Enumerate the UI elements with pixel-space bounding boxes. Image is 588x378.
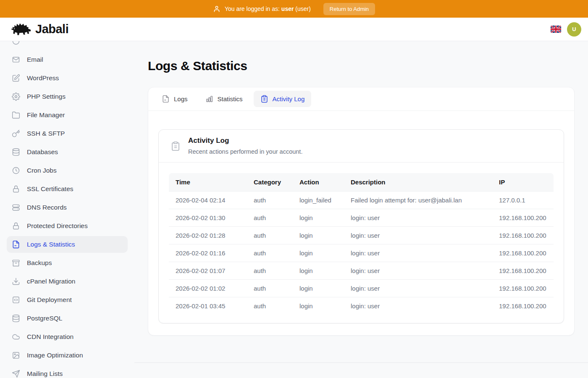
tab-activity-log[interactable]: Activity Log (254, 91, 312, 107)
download-icon (12, 277, 20, 286)
cell-action: login (293, 244, 344, 262)
sidebar-item-label: Protected Directories (27, 222, 88, 230)
cell-action: login (293, 262, 344, 279)
card-subtitle: Recent actions performed in your account… (188, 147, 302, 156)
sidebar-item-php-settings[interactable]: PHP Settings (7, 88, 128, 105)
sidebar-item-label: CDN Integration (27, 333, 74, 341)
person-icon (213, 5, 220, 13)
sidebar-item-image-optimization[interactable]: Image Optimization (7, 347, 128, 364)
bar-chart-icon (205, 95, 213, 103)
table-row: 2026-02-02 01:28 auth login login: user … (169, 226, 554, 244)
key-icon (12, 129, 20, 138)
clock-icon (12, 166, 20, 175)
cell-description: login: user (344, 297, 492, 315)
edit-icon (12, 74, 20, 82)
cell-action: login_failed (293, 191, 344, 209)
logs-card: Logs Statistics Activity Log (148, 87, 575, 336)
image-icon (12, 351, 20, 360)
sidebar-item-label: PostgreSQL (27, 315, 62, 322)
sidebar-item-file-manager[interactable]: File Manager (7, 107, 128, 123)
sidebar-item-git-deployment[interactable]: Git Deployment (7, 291, 128, 308)
sidebar-item-ssh-sftp[interactable]: SSH & SFTP (7, 125, 128, 142)
sidebar-item-wordpress[interactable]: WordPress (7, 70, 128, 87)
sidebar-item-label: Email (27, 56, 43, 63)
cell-action: login (293, 279, 344, 297)
lock-icon (12, 222, 20, 230)
cell-time: 2026-02-04 02:14 (169, 191, 247, 209)
server-icon (12, 203, 20, 212)
brand-logo[interactable]: Jabali (10, 21, 68, 38)
cell-time: 2026-02-02 01:30 (169, 209, 247, 226)
sidebar-item-logs-statistics[interactable]: Logs & Statistics (7, 236, 128, 253)
cell-category: auth (247, 262, 293, 279)
impersonation-banner: You are logged in as: user (user) Return… (0, 0, 588, 18)
cell-category: auth (247, 244, 293, 262)
cell-description: login: user (344, 209, 492, 226)
sidebar-item-label: cPanel Migration (27, 278, 75, 285)
cell-action: login (293, 226, 344, 244)
sidebar-item-backups[interactable]: Backups (7, 255, 128, 271)
database-icon (12, 148, 20, 156)
file-text-icon (12, 240, 20, 249)
sidebar-item-label: WordPress (27, 74, 59, 82)
tab-label: Statistics (218, 95, 243, 102)
table-row: 2026-02-02 01:07 auth login login: user … (169, 262, 554, 279)
sidebar-item-cpanel-migration[interactable]: cPanel Migration (7, 273, 128, 290)
partial-circle-icon (12, 41, 20, 45)
tab-logs[interactable]: Logs (155, 91, 194, 107)
send-icon (12, 370, 20, 378)
cell-ip: 192.168.100.200 (492, 262, 554, 279)
brand-name: Jabali (35, 22, 68, 36)
column-header-description: Description (344, 173, 492, 191)
tab-bar: Logs Statistics Activity Log (148, 87, 574, 111)
cell-time: 2026-02-02 01:07 (169, 262, 247, 279)
cell-time: 2026-02-01 03:45 (169, 297, 247, 315)
impersonation-message: You are logged in as: user (user) (213, 5, 311, 13)
sidebar-item-label: DNS Records (27, 204, 67, 211)
table-header-row: Time Category Action Description IP (169, 173, 554, 191)
lock-icon (12, 185, 20, 193)
file-icon (162, 95, 170, 103)
sidebar-item-label: Backups (27, 259, 52, 267)
sidebar-item-mailing-lists[interactable]: Mailing Lists (7, 365, 128, 378)
user-avatar[interactable]: U (567, 22, 581, 37)
sidebar: Email WordPress PHP Settings File Manage… (0, 41, 134, 378)
banner-username: user (281, 5, 294, 12)
app-header: Jabali U (0, 18, 588, 41)
sidebar-item-label: Databases (27, 148, 58, 156)
sidebar-item-cron-jobs[interactable]: Cron Jobs (7, 162, 128, 179)
boar-logo-icon (10, 21, 32, 38)
sidebar-item-dns-records[interactable]: DNS Records (7, 199, 128, 216)
card-title: Activity Log (188, 136, 302, 145)
cell-category: auth (247, 279, 293, 297)
main-content: Logs & Statistics Logs Statistics (134, 41, 588, 378)
sidebar-item-label: Logs & Statistics (27, 241, 75, 248)
cell-description: login: user (344, 279, 492, 297)
sidebar-item-email[interactable]: Email (7, 51, 128, 68)
sidebar-item-ssl-certificates[interactable]: SSL Certificates (7, 181, 128, 197)
sidebar-item-label: SSH & SFTP (27, 130, 65, 137)
language-flag-icon[interactable] (551, 26, 561, 33)
sidebar-item-partial[interactable] (7, 41, 128, 50)
sidebar-item-label: Git Deployment (27, 296, 72, 304)
column-header-ip: IP (492, 173, 554, 191)
sidebar-item-cdn-integration[interactable]: CDN Integration (7, 328, 128, 345)
cell-time: 2026-02-02 01:28 (169, 226, 247, 244)
tab-label: Logs (174, 95, 188, 102)
cell-ip: 192.168.100.200 (492, 279, 554, 297)
archive-icon (12, 259, 20, 267)
envelope-icon (12, 55, 20, 64)
footer-divider (134, 362, 588, 363)
sidebar-item-label: PHP Settings (27, 93, 66, 100)
sidebar-item-label: File Manager (27, 111, 65, 119)
table-row: 2026-02-04 02:14 auth login_failed Faile… (169, 191, 554, 209)
sidebar-item-postgresql[interactable]: PostgreSQL (7, 310, 128, 327)
sidebar-item-protected-directories[interactable]: Protected Directories (7, 218, 128, 234)
return-to-admin-button[interactable]: Return to Admin (323, 3, 375, 15)
banner-role: (user) (295, 5, 311, 12)
sidebar-item-label: Image Optimization (27, 352, 83, 359)
tab-statistics[interactable]: Statistics (199, 91, 249, 107)
sidebar-item-label: Mailing Lists (27, 370, 63, 378)
cell-description: login: user (344, 244, 492, 262)
sidebar-item-databases[interactable]: Databases (7, 144, 128, 160)
